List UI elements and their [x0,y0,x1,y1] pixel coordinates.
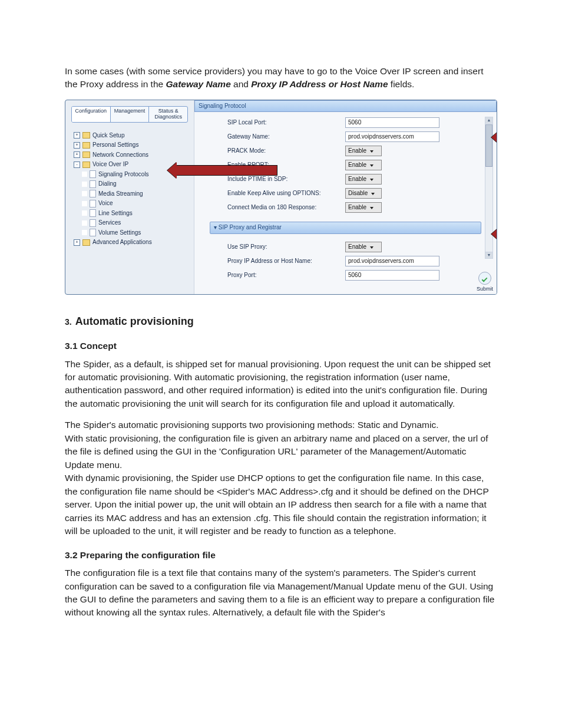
expand-icon[interactable]: + [74,239,80,246]
chevron-down-icon [370,243,373,251]
fields-proxy: Use SIP Proxy:EnableProxy IP Address or … [194,236,497,284]
para-3-1-a: The Spider, as a default, is shipped set… [65,358,497,411]
spacer-icon [82,191,87,196]
select-value: Enable [348,161,366,169]
heading-number: 3. [65,317,72,327]
tree-item[interactable]: Services [82,218,188,228]
select-value: Enable [348,175,366,183]
tree-item[interactable]: Dialing [82,179,188,189]
field-label: Proxy IP Address or Host Name: [227,257,345,266]
voip-screenshot: Configuration Management Status & Diagno… [65,100,497,295]
tree-label: Volume Settings [98,229,141,238]
page-icon [90,170,96,178]
panel-title-bar: Signaling Protocol [194,100,497,113]
tree-label: Voice Over IP [92,160,128,169]
select-dropdown[interactable]: Disable [345,188,382,199]
tree-item[interactable]: Media Streaming [82,189,188,199]
tree-label: Signaling Protocols [98,170,149,179]
tree-label: Quick Setup [92,131,124,140]
nav-sidebar: Configuration Management Status & Diagno… [65,100,194,294]
text-input[interactable]: prod.voipdnsservers.com [345,256,439,266]
tree-item[interactable]: Voice [82,199,188,209]
select-dropdown[interactable]: Enable [345,202,382,213]
select-dropdown[interactable]: Enable [345,174,382,185]
chevron-down-icon [370,161,373,169]
text-input[interactable]: 5060 [345,270,439,281]
heading-title: Automatic provisioning [75,315,194,327]
select-value: Disable [348,189,368,197]
settings-panel: Signaling Protocol SIP Local Port:5060Ga… [194,100,497,294]
field-row: SIP Local Port:5060 [227,116,481,130]
collapse-icon[interactable]: - [74,162,80,168]
intro-post: fields. [388,79,415,89]
field-label: Gateway Name: [227,133,345,141]
text-input[interactable]: prod.voipdnsservers.com [345,131,439,142]
subsection-bar: ▾ SIP Proxy and Registrar [210,222,481,234]
panel-title: Signaling Protocol [199,103,246,109]
tab-management[interactable]: Management [111,107,150,122]
expand-icon[interactable]: + [74,142,80,149]
tree-item[interactable]: +Network Connections [74,150,188,160]
field-label: Include PTIME in SDP: [227,175,345,184]
tree-item[interactable]: +Quick Setup [74,131,188,141]
field-row: Proxy IP Address or Host Name:prod.voipd… [227,254,481,268]
page-icon [90,190,96,197]
heading-3-2: 3.2 Preparing the configuration file [65,549,497,562]
page-icon [90,180,96,188]
select-dropdown[interactable]: Enable [345,160,382,170]
field-label: PRACK Mode: [227,147,345,156]
chevron-down-icon [370,175,373,183]
intro-mid: and [231,79,251,89]
intro-emph-gateway: Gateway Name [166,79,230,89]
expand-icon[interactable]: + [74,132,80,139]
para-3-1-c: With static provisioning, the configurat… [65,432,497,472]
annotation-arrow-tree [176,165,277,176]
scroll-down-icon[interactable]: ▼ [485,252,492,258]
fields-signaling: SIP Local Port:5060Gateway Name:prod.voi… [194,112,497,216]
submit-wrap: Submit [477,272,493,293]
expand-icon[interactable]: + [74,151,80,158]
page-icon [90,229,96,236]
field-row: Proxy Port:5060 [227,268,481,282]
spacer-icon [82,220,87,226]
field-label: Proxy Port: [227,271,345,280]
tree-label: Network Connections [92,151,148,160]
text-input[interactable]: 5060 [345,117,439,128]
select-value: Enable [348,203,366,212]
folder-icon [82,239,90,246]
submit-label: Submit [477,286,493,292]
intro-emph-proxy: Proxy IP Address or Host Name [251,79,388,89]
para-3-2-a: The configuration file is a text file th… [65,566,497,620]
tab-status-diagnostics[interactable]: Status & Diagnostics [149,107,187,122]
folder-icon [82,162,90,168]
para-3-1-d: With dynamic provisioning, the Spider us… [65,472,497,538]
tree-item[interactable]: Line Settings [82,209,188,219]
scroll-up-icon[interactable]: ▲ [485,117,492,124]
heading-section-3: 3.Automatic provisioning [65,314,497,329]
select-dropdown[interactable]: Enable [345,242,382,252]
tab-configuration[interactable]: Configuration [72,107,111,122]
field-row: PRACK Mode:Enable [227,144,481,158]
submit-button[interactable] [478,272,491,285]
heading-3-1: 3.1 Concept [65,340,497,353]
tree-item[interactable]: +Advanced Applications [74,238,188,248]
tree-label: Media Streaming [98,190,143,199]
tree-label: Dialing [98,180,117,189]
folder-icon [82,132,90,139]
page-icon [90,219,96,227]
spacer-icon [82,172,87,177]
field-row: Gateway Name:prod.voipdnsservers.com [227,130,481,144]
para-3-1-b: The Spider's automatic provisioning supp… [65,419,497,431]
tree-label: Line Settings [98,209,133,218]
tree-label: Personal Settings [92,141,138,150]
tree-item[interactable]: Volume Settings [82,228,188,238]
tree-item[interactable]: +Personal Settings [74,140,188,150]
chevron-down-icon [371,189,375,197]
spacer-icon [82,201,87,206]
field-row: Enable Keep Alive using OPTIONS:Disable [227,186,481,200]
nav-tabs: Configuration Management Status & Diagno… [71,106,188,123]
select-dropdown[interactable]: Enable [345,146,382,156]
tree-label: Voice [98,199,113,208]
spacer-icon [82,210,87,216]
chevron-down-icon [370,203,373,212]
